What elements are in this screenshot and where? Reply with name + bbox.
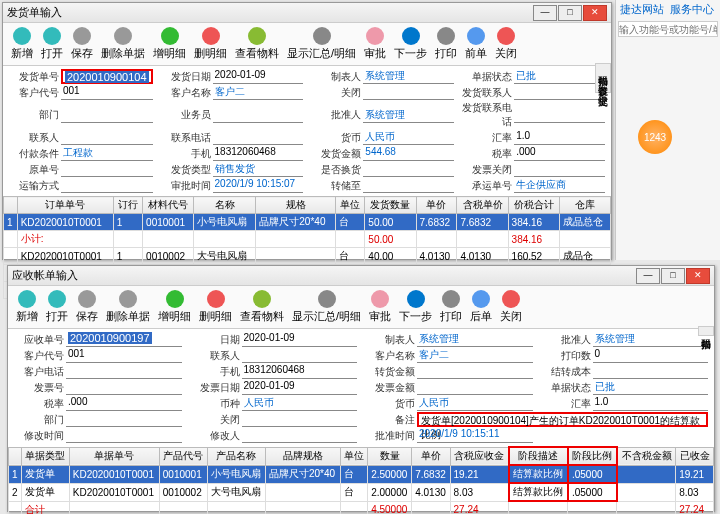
cell[interactable]: 2: [9, 483, 22, 501]
cell[interactable]: 小号电风扇: [207, 465, 265, 483]
cell[interactable]: 2.50000: [368, 465, 412, 483]
cell[interactable]: 0010001: [143, 214, 194, 231]
val-xiugairen[interactable]: [242, 428, 358, 443]
cell[interactable]: 大号电风扇: [207, 483, 265, 501]
cell[interactable]: [265, 483, 340, 501]
col-0[interactable]: [9, 447, 22, 465]
link[interactable]: 捷达网站: [620, 2, 664, 17]
tb-关闭[interactable]: 关闭: [491, 26, 521, 62]
val-kehumingcheng[interactable]: 客户二: [417, 348, 533, 363]
cell[interactable]: 4.0130: [457, 248, 508, 265]
tb-后单[interactable]: 后单: [466, 289, 496, 325]
val-huilv[interactable]: 1.0: [514, 130, 605, 145]
cell[interactable]: 1: [4, 214, 18, 231]
min-btn[interactable]: —: [636, 268, 660, 284]
cell[interactable]: 结算款比例: [509, 465, 568, 483]
side-tab[interactable]: 条码扫描 参数设置 提交记录: [595, 63, 611, 93]
val-xiugaishijian[interactable]: [66, 428, 182, 443]
cell[interactable]: KD2020010T0001: [69, 465, 159, 483]
val-fahuolianxiren[interactable]: [514, 85, 605, 100]
cell[interactable]: [340, 501, 368, 514]
cell[interactable]: 1: [113, 248, 142, 265]
val-guanbi[interactable]: [242, 412, 358, 427]
col-1[interactable]: 单据类型: [21, 447, 69, 465]
val-yewuyuan[interactable]: [213, 108, 304, 123]
cell[interactable]: 384.16: [508, 214, 559, 231]
val-yunshufangshi[interactable]: [61, 178, 153, 193]
cell[interactable]: 8.03: [450, 483, 509, 501]
cell[interactable]: 小计:: [17, 231, 113, 248]
val-kehudaihao[interactable]: 001: [66, 348, 182, 363]
col-6[interactable]: 单位: [340, 447, 368, 465]
tb-查看物料[interactable]: 查看物料: [231, 26, 283, 62]
val-pizhunshijian[interactable]: 2020/1/9 10:15:11: [417, 428, 533, 443]
val-shouji[interactable]: 18312060468: [242, 364, 358, 379]
cell[interactable]: [617, 483, 676, 501]
search-input[interactable]: [618, 21, 718, 37]
val-dayinshu[interactable]: 0: [593, 348, 709, 363]
val-fapiaoguanbi[interactable]: [514, 162, 605, 177]
cell[interactable]: 0010002: [143, 248, 194, 265]
tb-查看物料[interactable]: 查看物料: [236, 289, 288, 325]
cell[interactable]: 4.0130: [412, 483, 450, 501]
val-kehudianhua[interactable]: [66, 364, 182, 379]
val-pizhunren[interactable]: 系统管理: [593, 332, 709, 347]
val-fahuoriqi[interactable]: 2020-01-09: [213, 69, 304, 84]
cell[interactable]: [617, 501, 676, 514]
val-beizhu[interactable]: 发货单[2020010900104]产生的订单KD2020010T0001的结算…: [417, 412, 708, 427]
val-fapiaoriqi[interactable]: 2020-01-09: [242, 380, 358, 395]
tb-审批[interactable]: 审批: [360, 26, 390, 62]
cell[interactable]: 结算款比例: [509, 483, 568, 501]
val-shouji[interactable]: 18312060468: [213, 146, 304, 161]
link[interactable]: 服务中心: [670, 2, 714, 17]
col-4[interactable]: 名称: [194, 197, 256, 214]
val-danjuzhuangtai[interactable]: 已批: [593, 380, 709, 395]
cell[interactable]: 40.00: [365, 248, 416, 265]
orange-badge[interactable]: 1243: [638, 120, 672, 154]
cell[interactable]: .05000: [568, 483, 617, 501]
cell[interactable]: KD2020010T0001: [69, 483, 159, 501]
col-2[interactable]: 单据单号: [69, 447, 159, 465]
val-fahuodanhao[interactable]: 2020010900104: [61, 69, 153, 84]
cell[interactable]: 4.0130: [416, 248, 457, 265]
tb-删除单据[interactable]: 删除单据: [97, 26, 149, 62]
cell[interactable]: [416, 231, 457, 248]
tb-打印[interactable]: 打印: [431, 26, 461, 62]
val-zhuanhuojine[interactable]: [417, 364, 533, 379]
side-tab[interactable]: 条码扫描: [698, 326, 714, 336]
cell[interactable]: 发货单: [21, 483, 69, 501]
cell[interactable]: [143, 231, 194, 248]
cell[interactable]: 50.00: [365, 231, 416, 248]
val-huobi[interactable]: 人民币: [363, 130, 454, 145]
val-guanbi[interactable]: [363, 85, 454, 100]
cell[interactable]: [159, 501, 207, 514]
cell[interactable]: [207, 501, 265, 514]
tb-下一步[interactable]: 下一步: [395, 289, 436, 325]
val-pizhunren[interactable]: 系统管理: [363, 108, 454, 123]
cell[interactable]: KD2020010T0001: [17, 248, 113, 265]
col-10[interactable]: 价税合计: [508, 197, 559, 214]
cell[interactable]: 19.21: [676, 465, 714, 483]
col-5[interactable]: 品牌规格: [265, 447, 340, 465]
val-huobi[interactable]: 人民币: [417, 396, 533, 411]
tb-保存[interactable]: 保存: [67, 26, 97, 62]
col-8[interactable]: 单价: [412, 447, 450, 465]
tb-前单[interactable]: 前单: [461, 26, 491, 62]
tb-删明细[interactable]: 删明细: [195, 289, 236, 325]
cell[interactable]: [509, 501, 568, 514]
col-7[interactable]: 发货数量: [365, 197, 416, 214]
val-zhuanchuzhi[interactable]: [363, 178, 454, 193]
col-12[interactable]: 不含税金额: [617, 447, 676, 465]
cell[interactable]: 台: [335, 248, 364, 265]
tb-审批[interactable]: 审批: [365, 289, 395, 325]
val-fukuantiaojian[interactable]: 工程款: [61, 146, 153, 161]
close-btn[interactable]: ✕: [686, 268, 710, 284]
col-5[interactable]: 规格: [256, 197, 336, 214]
cell[interactable]: 50.00: [365, 214, 416, 231]
cell[interactable]: [4, 248, 18, 265]
tb-新增[interactable]: 新增: [12, 289, 42, 325]
cell[interactable]: 发货单: [21, 465, 69, 483]
tb-打印[interactable]: 打印: [436, 289, 466, 325]
val-jizhuanchengben[interactable]: [593, 364, 709, 379]
min-btn[interactable]: —: [533, 5, 557, 21]
